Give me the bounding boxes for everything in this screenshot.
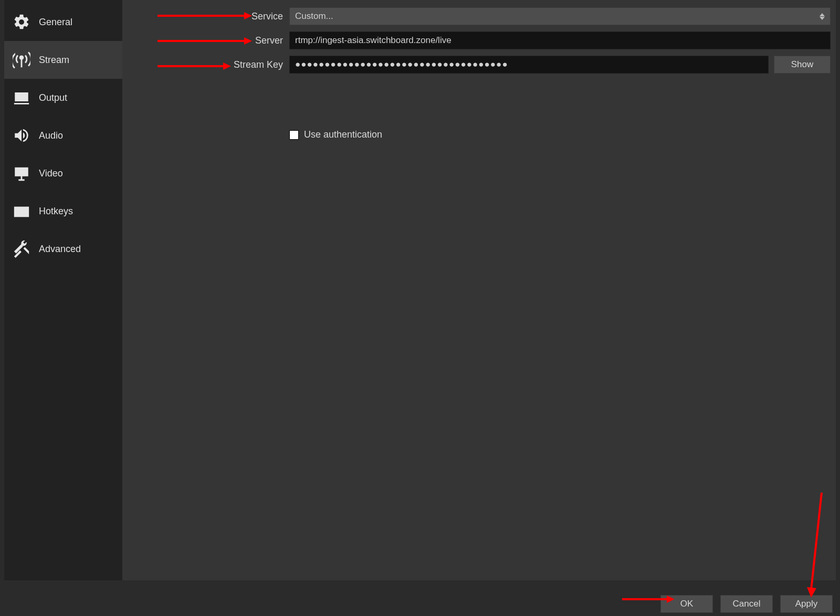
sidebar-item-label: Output <box>39 92 67 103</box>
dialog-footer: OK Cancel Apply <box>0 580 840 616</box>
show-stream-key-button[interactable]: Show <box>774 56 831 74</box>
stream-key-label: Stream Key <box>122 59 289 70</box>
sidebar-item-label: Advanced <box>39 244 81 255</box>
sidebar-item-video[interactable]: Video <box>4 154 122 192</box>
apply-button[interactable]: Apply <box>780 595 833 613</box>
sidebar-item-label: General <box>39 17 72 28</box>
sidebar-item-advanced[interactable]: Advanced <box>4 230 122 268</box>
service-label: Service <box>122 11 289 22</box>
sidebar-item-stream[interactable]: Stream <box>4 41 122 79</box>
monitor-icon <box>12 163 32 183</box>
sidebar-item-label: Audio <box>39 130 63 141</box>
sidebar-item-label: Video <box>39 168 63 179</box>
use-authentication-checkbox-wrap[interactable]: Use authentication <box>289 129 382 140</box>
output-icon <box>12 88 32 108</box>
stream-settings-panel: Service Custom... Server rtmp://ingest-a… <box>122 0 836 580</box>
keyboard-icon <box>12 201 32 221</box>
sidebar-item-audio[interactable]: Audio <box>4 117 122 154</box>
sidebar-item-general[interactable]: General <box>4 3 122 41</box>
cancel-button[interactable]: Cancel <box>720 595 773 613</box>
server-label: Server <box>122 35 289 46</box>
sidebar-item-hotkeys[interactable]: Hotkeys <box>4 192 122 230</box>
dropdown-spinner-icon <box>816 10 828 23</box>
gear-icon <box>12 12 32 32</box>
server-input[interactable]: rtmp://ingest-asia.switchboard.zone/live <box>289 32 831 49</box>
service-select[interactable]: Custom... <box>289 7 831 25</box>
service-select-value: Custom... <box>295 11 333 21</box>
ok-button[interactable]: OK <box>660 595 713 613</box>
sidebar-item-label: Hotkeys <box>39 206 73 217</box>
settings-sidebar: General Stream Output Audio Video Hotkey… <box>4 0 122 580</box>
tools-icon <box>12 239 32 259</box>
stream-key-input[interactable]: ●●●●●●●●●●●●●●●●●●●●●●●●●●●●●●●●●●●● <box>289 56 769 74</box>
use-authentication-label: Use authentication <box>304 129 382 140</box>
speaker-icon <box>12 126 32 145</box>
use-authentication-checkbox[interactable] <box>289 130 299 140</box>
sidebar-item-label: Stream <box>39 55 69 66</box>
antenna-icon <box>12 50 32 70</box>
sidebar-item-output[interactable]: Output <box>4 79 122 117</box>
